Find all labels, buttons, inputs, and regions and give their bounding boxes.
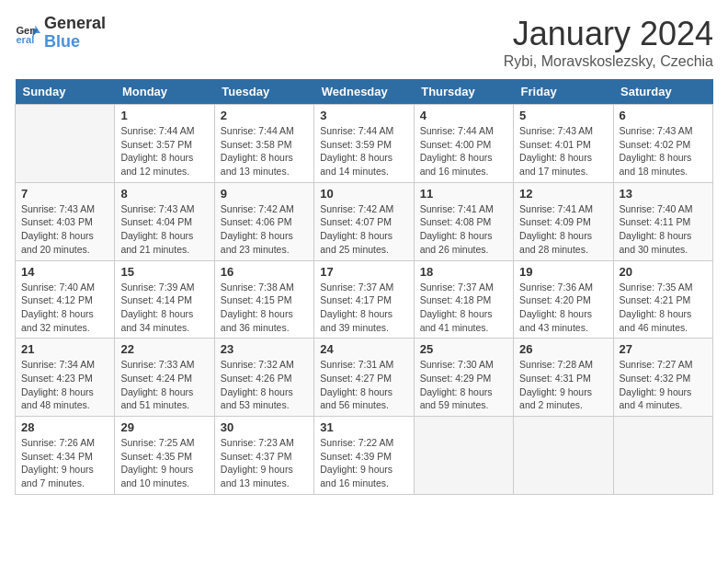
day-number: 16 [221,265,308,279]
day-number: 25 [420,342,507,356]
day-info: Sunrise: 7:43 AM Sunset: 4:01 PM Dayligh… [519,124,607,178]
day-cell: 24Sunrise: 7:31 AM Sunset: 4:27 PM Dayli… [314,339,414,417]
day-cell: 30Sunrise: 7:23 AM Sunset: 4:37 PM Dayli… [214,417,313,495]
day-cell: 3Sunrise: 7:44 AM Sunset: 3:59 PM Daylig… [314,105,414,183]
logo-text-blue: Blue [44,32,80,51]
day-cell: 2Sunrise: 7:44 AM Sunset: 3:58 PM Daylig… [214,105,313,183]
logo: Gen eral General Blue [15,15,106,52]
day-number: 19 [519,265,607,279]
weekday-header-monday: Monday [115,79,214,105]
week-row-2: 7Sunrise: 7:43 AM Sunset: 4:03 PM Daylig… [16,182,713,260]
day-number: 21 [21,342,108,356]
day-cell: 31Sunrise: 7:22 AM Sunset: 4:39 PM Dayli… [314,417,414,495]
day-number: 20 [620,265,707,279]
day-info: Sunrise: 7:41 AM Sunset: 4:09 PM Dayligh… [519,202,607,257]
week-row-4: 21Sunrise: 7:34 AM Sunset: 4:23 PM Dayli… [16,339,713,417]
page-header: Gen eral General Blue January 2024 Rybi,… [15,15,713,70]
day-number: 30 [221,420,308,434]
day-number: 31 [320,420,407,434]
day-cell: 20Sunrise: 7:35 AM Sunset: 4:21 PM Dayli… [613,260,712,339]
day-cell: 14Sunrise: 7:40 AM Sunset: 4:12 PM Dayli… [16,260,115,339]
day-info: Sunrise: 7:44 AM Sunset: 3:57 PM Dayligh… [120,124,208,178]
day-number: 11 [420,187,507,201]
day-number: 9 [221,187,308,201]
day-number: 7 [21,187,108,201]
calendar-table: SundayMondayTuesdayWednesdayThursdayFrid… [15,79,713,495]
day-cell [514,417,613,495]
day-number: 18 [420,265,507,279]
calendar-subtitle: Rybi, Moravskoslezsky, Czechia [504,53,713,70]
day-cell: 16Sunrise: 7:38 AM Sunset: 4:15 PM Dayli… [214,260,313,339]
logo-icon: Gen eral [15,20,40,46]
weekday-header-friday: Friday [514,79,613,105]
weekday-header-tuesday: Tuesday [214,79,313,105]
day-number: 24 [320,342,407,356]
day-info: Sunrise: 7:22 AM Sunset: 4:39 PM Dayligh… [320,436,407,490]
svg-text:eral: eral [16,34,34,45]
day-number: 13 [620,187,707,201]
day-info: Sunrise: 7:43 AM Sunset: 4:03 PM Dayligh… [21,202,108,257]
day-number: 26 [519,342,607,356]
weekday-header-saturday: Saturday [613,79,712,105]
day-info: Sunrise: 7:44 AM Sunset: 3:58 PM Dayligh… [221,124,308,178]
day-cell: 22Sunrise: 7:33 AM Sunset: 4:24 PM Dayli… [115,339,214,417]
day-number: 27 [620,342,707,356]
day-info: Sunrise: 7:42 AM Sunset: 4:07 PM Dayligh… [320,202,407,257]
day-cell: 5Sunrise: 7:43 AM Sunset: 4:01 PM Daylig… [514,105,613,183]
day-number: 29 [120,420,208,434]
day-number: 2 [221,109,308,122]
day-cell: 25Sunrise: 7:30 AM Sunset: 4:29 PM Dayli… [414,339,513,417]
day-info: Sunrise: 7:39 AM Sunset: 4:14 PM Dayligh… [120,281,208,335]
day-number: 23 [221,342,308,356]
day-info: Sunrise: 7:37 AM Sunset: 4:18 PM Dayligh… [420,281,507,335]
week-row-5: 28Sunrise: 7:26 AM Sunset: 4:34 PM Dayli… [16,417,713,495]
week-row-1: 1Sunrise: 7:44 AM Sunset: 3:57 PM Daylig… [16,105,713,183]
day-cell: 6Sunrise: 7:43 AM Sunset: 4:02 PM Daylig… [613,105,712,183]
weekday-header-sunday: Sunday [16,79,115,105]
day-number: 28 [21,420,108,434]
day-cell: 18Sunrise: 7:37 AM Sunset: 4:18 PM Dayli… [414,260,513,339]
day-cell: 1Sunrise: 7:44 AM Sunset: 3:57 PM Daylig… [115,105,214,183]
week-row-3: 14Sunrise: 7:40 AM Sunset: 4:12 PM Dayli… [16,260,713,339]
day-info: Sunrise: 7:43 AM Sunset: 4:02 PM Dayligh… [620,124,707,178]
day-number: 12 [519,187,607,201]
title-area: January 2024 Rybi, Moravskoslezsky, Czec… [504,15,713,70]
day-info: Sunrise: 7:31 AM Sunset: 4:27 PM Dayligh… [320,358,407,412]
day-number: 8 [120,187,208,201]
day-info: Sunrise: 7:25 AM Sunset: 4:35 PM Dayligh… [120,436,208,490]
day-number: 4 [420,109,507,122]
day-cell: 26Sunrise: 7:28 AM Sunset: 4:31 PM Dayli… [514,339,613,417]
day-cell: 15Sunrise: 7:39 AM Sunset: 4:14 PM Dayli… [115,260,214,339]
calendar-title: January 2024 [504,15,713,53]
day-number: 14 [21,265,108,279]
day-cell: 19Sunrise: 7:36 AM Sunset: 4:20 PM Dayli… [514,260,613,339]
day-number: 22 [120,342,208,356]
day-info: Sunrise: 7:32 AM Sunset: 4:26 PM Dayligh… [221,358,308,412]
weekday-header-wednesday: Wednesday [314,79,414,105]
day-number: 5 [519,109,607,122]
day-cell: 11Sunrise: 7:41 AM Sunset: 4:08 PM Dayli… [414,182,513,260]
day-cell: 17Sunrise: 7:37 AM Sunset: 4:17 PM Dayli… [314,260,414,339]
day-cell: 23Sunrise: 7:32 AM Sunset: 4:26 PM Dayli… [214,339,313,417]
day-info: Sunrise: 7:41 AM Sunset: 4:08 PM Dayligh… [420,202,507,257]
day-number: 6 [620,109,707,122]
day-info: Sunrise: 7:30 AM Sunset: 4:29 PM Dayligh… [420,358,507,412]
day-info: Sunrise: 7:44 AM Sunset: 3:59 PM Dayligh… [320,124,407,178]
day-cell: 8Sunrise: 7:43 AM Sunset: 4:04 PM Daylig… [115,182,214,260]
day-cell: 28Sunrise: 7:26 AM Sunset: 4:34 PM Dayli… [16,417,115,495]
day-info: Sunrise: 7:33 AM Sunset: 4:24 PM Dayligh… [120,358,208,412]
day-cell: 29Sunrise: 7:25 AM Sunset: 4:35 PM Dayli… [115,417,214,495]
day-number: 1 [120,109,208,122]
day-cell: 10Sunrise: 7:42 AM Sunset: 4:07 PM Dayli… [314,182,414,260]
svg-marker-2 [35,25,40,32]
day-info: Sunrise: 7:35 AM Sunset: 4:21 PM Dayligh… [620,281,707,335]
day-number: 15 [120,265,208,279]
day-info: Sunrise: 7:40 AM Sunset: 4:11 PM Dayligh… [620,202,707,257]
day-number: 17 [320,265,407,279]
day-info: Sunrise: 7:38 AM Sunset: 4:15 PM Dayligh… [221,281,308,335]
day-cell [613,417,712,495]
day-cell: 7Sunrise: 7:43 AM Sunset: 4:03 PM Daylig… [16,182,115,260]
day-info: Sunrise: 7:26 AM Sunset: 4:34 PM Dayligh… [21,436,108,490]
day-info: Sunrise: 7:37 AM Sunset: 4:17 PM Dayligh… [320,281,407,335]
day-info: Sunrise: 7:42 AM Sunset: 4:06 PM Dayligh… [221,202,308,257]
